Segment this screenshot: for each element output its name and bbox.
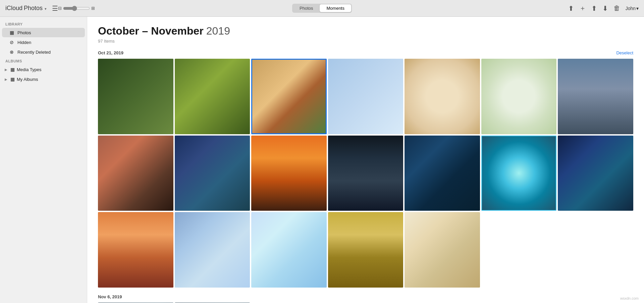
photo-cell[interactable] (328, 136, 404, 211)
add-button[interactable]: ＋ (579, 4, 586, 13)
date-section-header-nov6: Nov 6, 2019 (98, 294, 633, 299)
content-title: October – November 2019 (98, 25, 633, 37)
app-brand: iCloud Photos ▾ (5, 5, 47, 12)
sidebar-group-my-albums-label: My Albums (17, 77, 38, 82)
user-name: John (626, 6, 636, 11)
delete-button[interactable]: 🗑 (613, 4, 620, 12)
zoom-slider[interactable] (63, 6, 90, 11)
hidden-icon: ⊘ (9, 39, 15, 45)
library-section-label: Library (0, 20, 87, 28)
photo-cell[interactable] (558, 59, 633, 134)
photo-grid-row1 (98, 59, 633, 134)
sidebar-item-photos[interactable]: ▦ Photos (2, 28, 85, 37)
photo-cell[interactable] (481, 136, 557, 211)
photo-grid-row2 (98, 136, 633, 211)
sidebar-item-hidden-label: Hidden (17, 40, 31, 45)
share-button[interactable]: ⬆ (591, 4, 597, 12)
my-albums-icon: ▦ (9, 76, 15, 82)
photo-cell[interactable] (328, 59, 404, 134)
sidebar-group-media-types-label: Media Types (17, 67, 41, 72)
media-types-icon: ▦ (9, 66, 15, 72)
date-section-nov6: Nov 6, 2019 (98, 294, 633, 303)
photo-cell[interactable] (405, 59, 480, 134)
topbar: iCloud Photos ▾ ☰ ⊟ ⊞ Photos Moments ⬆ ＋… (0, 0, 644, 17)
upload-button[interactable]: ⬆ (568, 4, 574, 12)
watermark: wsxdn.com (620, 296, 639, 300)
photo-cell[interactable] (405, 136, 480, 211)
brand-chevron-icon[interactable]: ▾ (45, 7, 47, 11)
sidebar-item-recently-deleted[interactable]: ⊗ Recently Deleted (2, 47, 85, 57)
photo-cell[interactable] (251, 212, 327, 288)
tab-photos[interactable]: Photos (293, 4, 320, 12)
title-year: 2019 (206, 25, 230, 37)
sidebar: Library ▦ Photos ⊘ Hidden ⊗ Recently Del… (0, 17, 87, 303)
date-label-oct21: Oct 21, 2019 (98, 50, 123, 55)
brand-icloud: iCloud (5, 5, 22, 12)
title-main: October – November (98, 25, 204, 37)
photo-cell[interactable] (481, 59, 557, 134)
date-label-nov6: Nov 6, 2019 (98, 294, 122, 299)
sidebar-item-hidden[interactable]: ⊘ Hidden (2, 38, 85, 47)
topbar-right: ⬆ ＋ ⬆ ⬇ 🗑 John ▾ (568, 4, 639, 13)
photo-cell[interactable] (175, 59, 250, 134)
photos-icon: ▦ (9, 30, 15, 36)
view-tabs: Photos Moments (292, 4, 352, 13)
sidebar-item-recently-deleted-label: Recently Deleted (17, 50, 51, 55)
photo-cell[interactable] (98, 212, 173, 288)
zoom-in-icon: ⊞ (91, 6, 95, 11)
photo-cell[interactable] (98, 136, 173, 211)
sidebar-item-photos-label: Photos (17, 30, 31, 35)
photo-grid-row3 (98, 212, 633, 288)
photo-cell[interactable] (98, 59, 173, 134)
content-header: October – November 2019 97 Items (98, 25, 633, 44)
photo-cell[interactable] (328, 212, 404, 288)
user-menu[interactable]: John ▾ (626, 6, 639, 11)
photo-cell-empty (558, 212, 633, 288)
photo-cell[interactable] (175, 136, 250, 211)
zoom-controls: ⊟ ⊞ (58, 6, 95, 11)
photo-cell[interactable] (251, 136, 327, 211)
tab-moments[interactable]: Moments (320, 4, 351, 12)
date-section-oct21: Oct 21, 2019 Deselect (98, 50, 633, 288)
toggle-sidebar-button[interactable]: ☰ (52, 4, 58, 12)
photo-cell[interactable] (405, 212, 480, 288)
photo-cell[interactable] (251, 59, 327, 134)
photo-cell-empty (481, 212, 557, 288)
sidebar-group-media-types[interactable]: ▶ ▦ Media Types (2, 65, 85, 74)
main-layout: Library ▦ Photos ⊘ Hidden ⊗ Recently Del… (0, 17, 644, 303)
content-area: October – November 2019 97 Items Oct 21,… (87, 17, 644, 303)
media-types-chevron-icon: ▶ (5, 68, 7, 71)
download-button[interactable]: ⬇ (602, 4, 608, 12)
brand-photos: Photos (24, 5, 43, 12)
recently-deleted-icon: ⊗ (9, 49, 15, 55)
photo-cell[interactable] (558, 136, 633, 211)
albums-section-label: Albums (0, 57, 87, 64)
my-albums-chevron-icon: ▶ (5, 78, 7, 81)
user-chevron-icon: ▾ (636, 6, 639, 11)
content-subtitle: 97 Items (98, 39, 633, 44)
sidebar-group-my-albums[interactable]: ▶ ▦ My Albums (2, 74, 85, 84)
date-section-header-oct21: Oct 21, 2019 Deselect (98, 50, 633, 55)
photo-cell[interactable] (175, 212, 250, 288)
deselect-button[interactable]: Deselect (616, 50, 633, 55)
zoom-out-icon: ⊟ (58, 6, 62, 11)
